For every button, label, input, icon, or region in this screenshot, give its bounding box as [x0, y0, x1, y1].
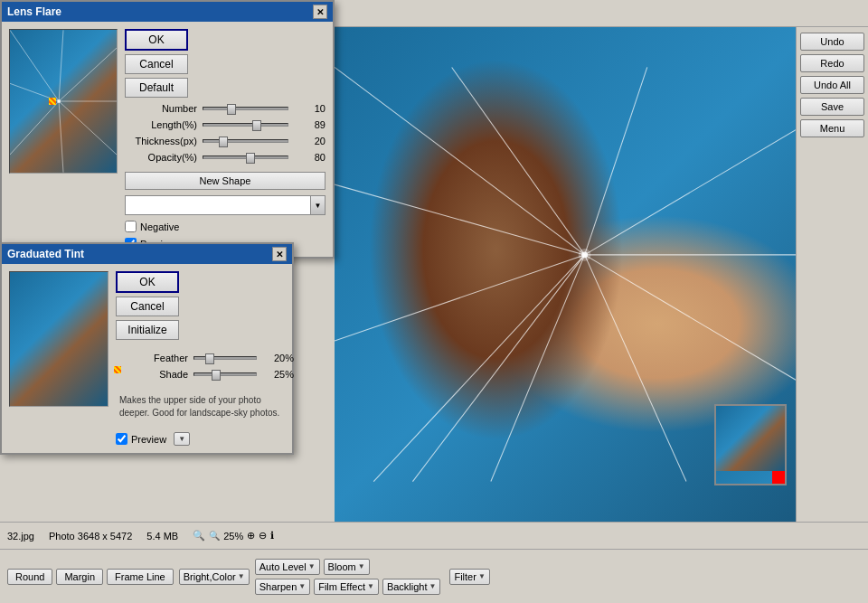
- lens-flare-titlebar: Lens Flare ✕: [2, 2, 333, 22]
- shade-value: 25%: [262, 369, 294, 380]
- grad-dialog-content: OK Cancel Initialize Feather 20%: [2, 264, 292, 453]
- lf-default-button[interactable]: Default: [125, 78, 188, 98]
- round-button[interactable]: Round: [7, 569, 52, 585]
- frame-line-button[interactable]: Frame Line: [107, 569, 174, 585]
- zoom-plus-icon[interactable]: ⊕: [247, 530, 255, 542]
- length-thumb[interactable]: [252, 120, 261, 131]
- lens-flare-dialog: Lens Flare ✕: [0, 0, 335, 259]
- filter-dropdown[interactable]: Filter ▼: [449, 569, 489, 585]
- app-window: GIF Animated GIF 🖨️ Print ? Help: [0, 0, 868, 603]
- gt-cancel-button[interactable]: Cancel: [116, 297, 179, 316]
- backlight-dropdown[interactable]: Backlight ▼: [382, 579, 441, 595]
- shade-thumb[interactable]: [212, 370, 221, 381]
- zoom-out-icon[interactable]: 🔍: [209, 531, 220, 541]
- length-track[interactable]: [203, 123, 288, 127]
- film-effect-label: Film Effect: [318, 581, 365, 592]
- gt-preview-label: Preview: [131, 434, 166, 445]
- sharpen-dropdown[interactable]: Sharpen ▼: [255, 579, 311, 595]
- bright-color-dropdown[interactable]: Bright,Color ▼: [179, 569, 250, 585]
- lf-cancel-button[interactable]: Cancel: [125, 54, 188, 74]
- zoom-in-icon[interactable]: 🔍: [193, 530, 205, 542]
- description-text: Makes the upper side of your photo deepe…: [116, 391, 294, 423]
- negative-checkbox[interactable]: [125, 221, 137, 232]
- dropdown-row-2: Sharpen ▼ Film Effect ▼ Backlight ▼: [255, 579, 441, 595]
- svg-line-20: [10, 101, 59, 155]
- menu-button[interactable]: Menu: [800, 119, 864, 137]
- gt-dropdown[interactable]: ▼: [174, 432, 190, 446]
- zoom-info-icon[interactable]: ℹ: [270, 530, 274, 542]
- feather-value: 20%: [262, 353, 294, 363]
- photo-area[interactable]: [335, 27, 796, 522]
- thickness-thumb[interactable]: [219, 137, 228, 147]
- save-button[interactable]: Save: [800, 98, 864, 116]
- status-bar: 32.jpg Photo 3648 x 5472 5.4 MB 🔍 🔍 25% …: [0, 522, 868, 549]
- auto-level-label: Auto Level: [259, 561, 307, 572]
- svg-line-19: [59, 101, 63, 173]
- feather-track[interactable]: [193, 356, 257, 360]
- lf-ok-button[interactable]: OK: [125, 29, 188, 51]
- svg-line-16: [59, 48, 117, 101]
- bloom-dropdown[interactable]: Bloom ▼: [324, 559, 370, 575]
- lens-flare-close[interactable]: ✕: [313, 5, 327, 19]
- preview-inner: [10, 30, 117, 173]
- feather-slider-row: Feather 20%: [116, 353, 294, 363]
- photo-info: Photo 3648 x 5472: [49, 531, 132, 542]
- shape-dropdown[interactable]: ▼: [125, 195, 326, 215]
- shade-label: Shade: [116, 369, 188, 380]
- negative-label: Negative: [140, 221, 179, 232]
- thickness-label: Thickness(px): [125, 136, 197, 146]
- grad-tint-titlebar: Graduated Tint ✕: [2, 244, 292, 264]
- length-slider-row: Length(%) 89: [125, 119, 326, 130]
- gt-preview-checkbox[interactable]: [116, 433, 127, 445]
- zoom-minus-icon[interactable]: ⊖: [259, 530, 267, 542]
- negative-row: Negative: [125, 221, 326, 232]
- svg-line-15: [59, 30, 63, 101]
- preview-pixel-marker: [49, 98, 56, 105]
- shape-dropdown-arrow[interactable]: ▼: [310, 196, 325, 214]
- new-shape-button[interactable]: New Shape: [125, 172, 326, 190]
- bloom-arrow: ▼: [358, 562, 365, 570]
- filter-arrow: ▼: [478, 572, 486, 580]
- filename: 32.jpg: [7, 531, 34, 542]
- dropdown-row-1: Auto Level ▼ Bloom ▼: [255, 559, 441, 575]
- thumbnail-close[interactable]: [772, 471, 785, 484]
- redo-button[interactable]: Redo: [800, 54, 864, 72]
- sharpen-arrow: ▼: [298, 582, 306, 590]
- bright-color-label: Bright,Color: [184, 571, 236, 582]
- lf-sliders: Number 10 Length(%) 89: [125, 103, 326, 163]
- number-slider-row: Number 10: [125, 103, 326, 114]
- sharpen-label: Sharpen: [259, 581, 297, 592]
- undo-button[interactable]: Undo: [800, 33, 864, 51]
- center-dropdowns: Auto Level ▼ Bloom ▼ Sharpen ▼ Film Effe…: [255, 559, 441, 595]
- number-track[interactable]: [203, 107, 288, 110]
- lens-flare-content: OK Cancel Default Number 10: [2, 22, 333, 257]
- auto-level-arrow: ▼: [308, 562, 316, 570]
- shape-dropdown-content: [126, 203, 310, 207]
- margin-button[interactable]: Margin: [56, 569, 103, 585]
- undo-all-button[interactable]: Undo All: [800, 76, 864, 94]
- zoom-level: 25%: [223, 531, 243, 542]
- shade-track[interactable]: [193, 372, 257, 376]
- gt-initialize-button[interactable]: Initialize: [116, 320, 179, 340]
- number-value: 10: [294, 103, 326, 114]
- thumbnail-overlay: [714, 404, 787, 485]
- length-value: 89: [294, 119, 326, 130]
- number-thumb[interactable]: [227, 104, 236, 115]
- opacity-thumb[interactable]: [246, 153, 255, 164]
- feather-thumb[interactable]: [205, 353, 214, 364]
- thickness-value: 20: [294, 136, 326, 146]
- grad-tint-dialog: Graduated Tint ✕ OK Cancel Initialize: [0, 242, 294, 455]
- backlight-arrow: ▼: [429, 582, 437, 590]
- svg-line-14: [10, 30, 59, 101]
- thickness-track[interactable]: [203, 139, 288, 143]
- auto-level-dropdown[interactable]: Auto Level ▼: [255, 559, 320, 575]
- svg-line-18: [59, 101, 117, 155]
- gt-ok-button[interactable]: OK: [116, 271, 179, 293]
- lens-flare-preview: [9, 29, 118, 174]
- lens-flare-buttons: OK Cancel Default: [125, 29, 326, 98]
- grad-tint-close[interactable]: ✕: [272, 247, 287, 261]
- lens-flare-right: OK Cancel Default Number 10: [125, 29, 326, 250]
- film-effect-dropdown[interactable]: Film Effect ▼: [314, 579, 379, 595]
- opacity-track[interactable]: [203, 155, 288, 159]
- zoom-controls: 🔍 🔍 25% ⊕ ⊖ ℹ: [193, 530, 274, 542]
